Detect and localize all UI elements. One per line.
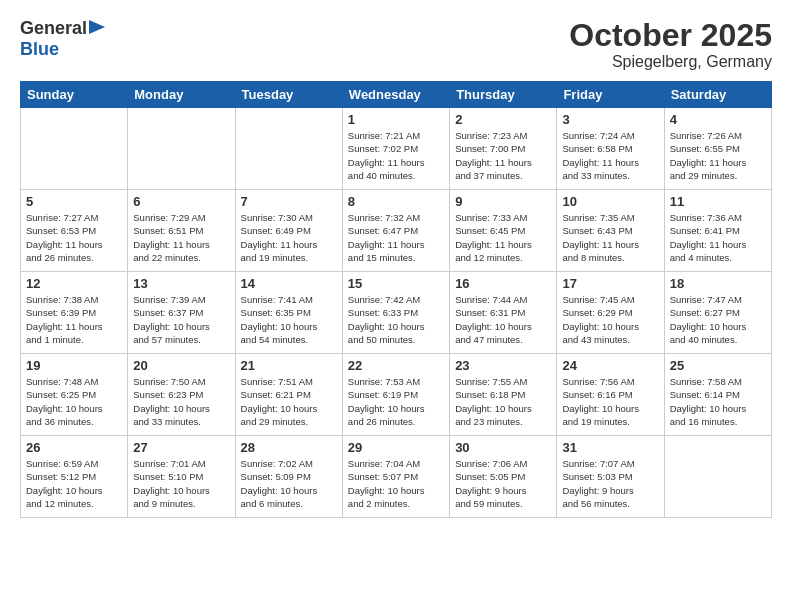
day-number: 24 bbox=[562, 358, 658, 373]
calendar-cell: 21Sunrise: 7:51 AM Sunset: 6:21 PM Dayli… bbox=[235, 354, 342, 436]
weekday-header-saturday: Saturday bbox=[664, 82, 771, 108]
calendar-cell: 28Sunrise: 7:02 AM Sunset: 5:09 PM Dayli… bbox=[235, 436, 342, 518]
page-header: General Blue October 2025 Spiegelberg, G… bbox=[20, 18, 772, 71]
day-info: Sunrise: 7:06 AM Sunset: 5:05 PM Dayligh… bbox=[455, 457, 551, 510]
day-info: Sunrise: 7:41 AM Sunset: 6:35 PM Dayligh… bbox=[241, 293, 337, 346]
calendar-cell: 30Sunrise: 7:06 AM Sunset: 5:05 PM Dayli… bbox=[450, 436, 557, 518]
day-info: Sunrise: 6:59 AM Sunset: 5:12 PM Dayligh… bbox=[26, 457, 122, 510]
day-info: Sunrise: 7:24 AM Sunset: 6:58 PM Dayligh… bbox=[562, 129, 658, 182]
week-row-2: 5Sunrise: 7:27 AM Sunset: 6:53 PM Daylig… bbox=[21, 190, 772, 272]
calendar-body: 1Sunrise: 7:21 AM Sunset: 7:02 PM Daylig… bbox=[21, 108, 772, 518]
calendar-cell: 23Sunrise: 7:55 AM Sunset: 6:18 PM Dayli… bbox=[450, 354, 557, 436]
day-number: 27 bbox=[133, 440, 229, 455]
day-info: Sunrise: 7:50 AM Sunset: 6:23 PM Dayligh… bbox=[133, 375, 229, 428]
calendar-cell: 20Sunrise: 7:50 AM Sunset: 6:23 PM Dayli… bbox=[128, 354, 235, 436]
day-info: Sunrise: 7:33 AM Sunset: 6:45 PM Dayligh… bbox=[455, 211, 551, 264]
day-info: Sunrise: 7:23 AM Sunset: 7:00 PM Dayligh… bbox=[455, 129, 551, 182]
day-number: 23 bbox=[455, 358, 551, 373]
day-number: 17 bbox=[562, 276, 658, 291]
day-number: 9 bbox=[455, 194, 551, 209]
calendar-cell: 11Sunrise: 7:36 AM Sunset: 6:41 PM Dayli… bbox=[664, 190, 771, 272]
day-info: Sunrise: 7:58 AM Sunset: 6:14 PM Dayligh… bbox=[670, 375, 766, 428]
weekday-header-thursday: Thursday bbox=[450, 82, 557, 108]
day-number: 14 bbox=[241, 276, 337, 291]
day-info: Sunrise: 7:29 AM Sunset: 6:51 PM Dayligh… bbox=[133, 211, 229, 264]
day-number: 18 bbox=[670, 276, 766, 291]
calendar-cell: 16Sunrise: 7:44 AM Sunset: 6:31 PM Dayli… bbox=[450, 272, 557, 354]
day-number: 30 bbox=[455, 440, 551, 455]
day-info: Sunrise: 7:53 AM Sunset: 6:19 PM Dayligh… bbox=[348, 375, 444, 428]
calendar-cell: 8Sunrise: 7:32 AM Sunset: 6:47 PM Daylig… bbox=[342, 190, 449, 272]
calendar-cell: 24Sunrise: 7:56 AM Sunset: 6:16 PM Dayli… bbox=[557, 354, 664, 436]
day-number: 16 bbox=[455, 276, 551, 291]
calendar-cell: 3Sunrise: 7:24 AM Sunset: 6:58 PM Daylig… bbox=[557, 108, 664, 190]
day-info: Sunrise: 7:42 AM Sunset: 6:33 PM Dayligh… bbox=[348, 293, 444, 346]
day-info: Sunrise: 7:27 AM Sunset: 6:53 PM Dayligh… bbox=[26, 211, 122, 264]
calendar-cell bbox=[128, 108, 235, 190]
calendar-cell: 25Sunrise: 7:58 AM Sunset: 6:14 PM Dayli… bbox=[664, 354, 771, 436]
day-number: 28 bbox=[241, 440, 337, 455]
logo-general: General bbox=[20, 18, 87, 39]
day-info: Sunrise: 7:02 AM Sunset: 5:09 PM Dayligh… bbox=[241, 457, 337, 510]
day-info: Sunrise: 7:04 AM Sunset: 5:07 PM Dayligh… bbox=[348, 457, 444, 510]
calendar-cell: 19Sunrise: 7:48 AM Sunset: 6:25 PM Dayli… bbox=[21, 354, 128, 436]
calendar-cell: 27Sunrise: 7:01 AM Sunset: 5:10 PM Dayli… bbox=[128, 436, 235, 518]
day-info: Sunrise: 7:38 AM Sunset: 6:39 PM Dayligh… bbox=[26, 293, 122, 346]
day-number: 3 bbox=[562, 112, 658, 127]
logo-arrow-icon bbox=[89, 20, 105, 34]
day-number: 10 bbox=[562, 194, 658, 209]
week-row-1: 1Sunrise: 7:21 AM Sunset: 7:02 PM Daylig… bbox=[21, 108, 772, 190]
weekday-header-monday: Monday bbox=[128, 82, 235, 108]
day-info: Sunrise: 7:07 AM Sunset: 5:03 PM Dayligh… bbox=[562, 457, 658, 510]
weekday-header-tuesday: Tuesday bbox=[235, 82, 342, 108]
calendar-table: SundayMondayTuesdayWednesdayThursdayFrid… bbox=[20, 81, 772, 518]
day-number: 31 bbox=[562, 440, 658, 455]
day-number: 7 bbox=[241, 194, 337, 209]
calendar-cell: 31Sunrise: 7:07 AM Sunset: 5:03 PM Dayli… bbox=[557, 436, 664, 518]
calendar-cell bbox=[235, 108, 342, 190]
weekday-header-friday: Friday bbox=[557, 82, 664, 108]
calendar-cell: 13Sunrise: 7:39 AM Sunset: 6:37 PM Dayli… bbox=[128, 272, 235, 354]
weekday-header-wednesday: Wednesday bbox=[342, 82, 449, 108]
calendar-cell: 2Sunrise: 7:23 AM Sunset: 7:00 PM Daylig… bbox=[450, 108, 557, 190]
day-number: 4 bbox=[670, 112, 766, 127]
day-number: 11 bbox=[670, 194, 766, 209]
calendar-cell: 5Sunrise: 7:27 AM Sunset: 6:53 PM Daylig… bbox=[21, 190, 128, 272]
day-info: Sunrise: 7:32 AM Sunset: 6:47 PM Dayligh… bbox=[348, 211, 444, 264]
day-number: 19 bbox=[26, 358, 122, 373]
day-info: Sunrise: 7:35 AM Sunset: 6:43 PM Dayligh… bbox=[562, 211, 658, 264]
day-info: Sunrise: 7:44 AM Sunset: 6:31 PM Dayligh… bbox=[455, 293, 551, 346]
calendar-cell: 15Sunrise: 7:42 AM Sunset: 6:33 PM Dayli… bbox=[342, 272, 449, 354]
day-number: 8 bbox=[348, 194, 444, 209]
day-number: 26 bbox=[26, 440, 122, 455]
day-number: 22 bbox=[348, 358, 444, 373]
month-title: October 2025 bbox=[569, 18, 772, 53]
location-title: Spiegelberg, Germany bbox=[569, 53, 772, 71]
calendar-cell bbox=[664, 436, 771, 518]
calendar-cell: 1Sunrise: 7:21 AM Sunset: 7:02 PM Daylig… bbox=[342, 108, 449, 190]
week-row-5: 26Sunrise: 6:59 AM Sunset: 5:12 PM Dayli… bbox=[21, 436, 772, 518]
calendar-cell: 6Sunrise: 7:29 AM Sunset: 6:51 PM Daylig… bbox=[128, 190, 235, 272]
weekday-header-sunday: Sunday bbox=[21, 82, 128, 108]
svg-marker-0 bbox=[89, 20, 105, 34]
calendar-cell: 26Sunrise: 6:59 AM Sunset: 5:12 PM Dayli… bbox=[21, 436, 128, 518]
day-number: 25 bbox=[670, 358, 766, 373]
day-info: Sunrise: 7:26 AM Sunset: 6:55 PM Dayligh… bbox=[670, 129, 766, 182]
day-info: Sunrise: 7:51 AM Sunset: 6:21 PM Dayligh… bbox=[241, 375, 337, 428]
calendar-page: General Blue October 2025 Spiegelberg, G… bbox=[0, 0, 792, 612]
day-info: Sunrise: 7:47 AM Sunset: 6:27 PM Dayligh… bbox=[670, 293, 766, 346]
calendar-cell: 7Sunrise: 7:30 AM Sunset: 6:49 PM Daylig… bbox=[235, 190, 342, 272]
title-section: October 2025 Spiegelberg, Germany bbox=[569, 18, 772, 71]
calendar-cell: 12Sunrise: 7:38 AM Sunset: 6:39 PM Dayli… bbox=[21, 272, 128, 354]
calendar-cell: 9Sunrise: 7:33 AM Sunset: 6:45 PM Daylig… bbox=[450, 190, 557, 272]
day-number: 2 bbox=[455, 112, 551, 127]
day-info: Sunrise: 7:48 AM Sunset: 6:25 PM Dayligh… bbox=[26, 375, 122, 428]
day-info: Sunrise: 7:01 AM Sunset: 5:10 PM Dayligh… bbox=[133, 457, 229, 510]
week-row-4: 19Sunrise: 7:48 AM Sunset: 6:25 PM Dayli… bbox=[21, 354, 772, 436]
calendar-cell: 17Sunrise: 7:45 AM Sunset: 6:29 PM Dayli… bbox=[557, 272, 664, 354]
day-number: 29 bbox=[348, 440, 444, 455]
calendar-cell: 10Sunrise: 7:35 AM Sunset: 6:43 PM Dayli… bbox=[557, 190, 664, 272]
day-number: 12 bbox=[26, 276, 122, 291]
day-info: Sunrise: 7:45 AM Sunset: 6:29 PM Dayligh… bbox=[562, 293, 658, 346]
calendar-cell bbox=[21, 108, 128, 190]
